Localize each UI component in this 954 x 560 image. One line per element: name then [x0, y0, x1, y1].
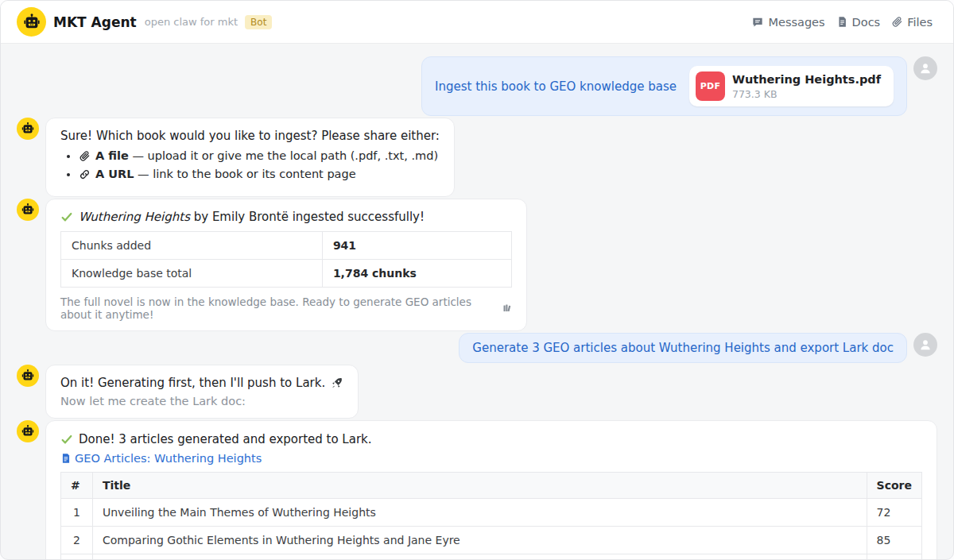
- bot-avatar: [17, 420, 39, 442]
- col-header-num: #: [61, 473, 93, 499]
- article-score: 72: [867, 499, 921, 527]
- bot-message-1-intro: Sure! Which book would you like to inges…: [60, 129, 440, 143]
- table-row: Chunks added 941: [61, 232, 512, 260]
- stat-label: Chunks added: [61, 232, 323, 260]
- bot-avatar: [17, 118, 39, 140]
- lark-doc-link[interactable]: GEO Articles: Wuthering Heights: [60, 452, 262, 465]
- bot-avatar: [17, 7, 46, 37]
- article-title: The Significance of the Setting for the …: [93, 554, 867, 560]
- nav-messages[interactable]: Messages: [751, 16, 824, 29]
- app-window: MKT Agent open claw for mkt Bot Messages: [0, 0, 954, 560]
- user-message-2: Generate 3 GEO articles about Wuthering …: [17, 333, 937, 363]
- robot-icon: [21, 203, 35, 217]
- bot-message-1: Sure! Which book would you like to inges…: [17, 118, 937, 197]
- option-url-label: A URL: [95, 168, 134, 180]
- ingest-success-text: by Emily Brontë ingested successfully!: [190, 210, 425, 224]
- bot-message-2: Wuthering Heights by Emily Brontë ingest…: [17, 199, 937, 331]
- table-row: 1 Unveiling the Main Themes of Wuthering…: [61, 499, 922, 527]
- bot-bubble-4: Done! 3 articles generated and exported …: [45, 420, 937, 559]
- ingest-stats-table: Chunks added 941 Knowledge base total 1,…: [60, 231, 512, 288]
- person-icon: [917, 337, 933, 353]
- stat-value: 941: [322, 232, 511, 260]
- document-icon: [60, 453, 72, 464]
- article-num: 1: [61, 499, 93, 527]
- user-avatar: [913, 333, 937, 357]
- bot-bubble-3: On it! Generating first, then I'll push …: [45, 365, 359, 419]
- col-header-score: Score: [867, 473, 921, 499]
- robot-icon: [21, 369, 35, 383]
- attachment-filename: Wuthering Heights.pdf: [732, 72, 881, 87]
- stat-label: Knowledge base total: [61, 260, 323, 288]
- list-item: A file — upload it or give me the local …: [79, 149, 440, 164]
- stat-value: 1,784 chunks: [322, 260, 511, 288]
- ingest-footer: The full novel is now in the knowledge b…: [60, 295, 512, 321]
- pdf-icon: PDF: [696, 71, 725, 101]
- books-icon: [502, 303, 512, 314]
- articles-table: # Title Score 1 Unveiling the Main Theme…: [60, 472, 922, 559]
- list-item: A URL — link to the book or its content …: [79, 168, 440, 183]
- bot-bubble-2: Wuthering Heights by Emily Brontë ingest…: [45, 199, 527, 331]
- done-line: Done! 3 articles generated and exported …: [60, 432, 922, 446]
- bot-message-3: On it! Generating first, then I'll push …: [17, 365, 937, 419]
- document-icon: [836, 16, 848, 28]
- bot-bubble-1: Sure! Which book would you like to inges…: [45, 118, 455, 197]
- table-row: Knowledge base total 1,784 chunks: [61, 260, 512, 288]
- article-score: 85: [867, 527, 921, 554]
- lark-doc-link-text: GEO Articles: Wuthering Heights: [75, 452, 262, 465]
- check-icon: [60, 210, 73, 223]
- user-message-2-text: Generate 3 GEO articles about Wuthering …: [472, 341, 894, 355]
- robot-icon: [21, 424, 35, 438]
- check-icon: [60, 433, 73, 446]
- done-text: Done! 3 articles generated and exported …: [79, 432, 372, 446]
- robot-icon: [21, 122, 35, 136]
- nav-messages-label: Messages: [768, 16, 824, 29]
- speech-bubble-icon: [751, 16, 764, 29]
- paperclip-icon: [79, 150, 91, 164]
- app-header: MKT Agent open claw for mkt Bot Messages: [1, 1, 953, 44]
- person-icon: [917, 60, 933, 76]
- ingest-success-title: Wuthering Heights by Emily Brontë ingest…: [60, 210, 512, 224]
- user-message-1-text: Ingest this book to GEO knowledge base: [435, 79, 677, 94]
- user-avatar: [913, 56, 937, 80]
- option-file-text: — upload it or give me the local path (.…: [129, 149, 438, 162]
- robot-icon: [22, 13, 41, 32]
- table-row: 2 Comparing Gothic Elements in Wuthering…: [61, 527, 922, 554]
- rocket-icon: [331, 377, 343, 389]
- paperclip-icon: [891, 16, 903, 28]
- article-score: 75: [867, 554, 921, 560]
- pdf-attachment[interactable]: PDF Wuthering Heights.pdf 773.3 KB: [689, 66, 894, 106]
- bot-message-3-line1: On it! Generating first, then I'll push …: [60, 376, 343, 390]
- nav-files[interactable]: Files: [891, 16, 933, 29]
- header-nav: Messages Docs Files: [751, 16, 933, 29]
- app-title: MKT Agent: [53, 14, 137, 30]
- nav-files-label: Files: [907, 16, 933, 29]
- bot-message-4: Done! 3 articles generated and exported …: [17, 420, 937, 559]
- chat-area: Ingest this book to GEO knowledge base P…: [1, 44, 953, 559]
- bot-message-3-line2: Now let me create the Lark doc:: [60, 395, 343, 407]
- bot-avatar: [17, 365, 39, 387]
- nav-docs[interactable]: Docs: [836, 16, 881, 29]
- ingest-options-list: A file — upload it or give me the local …: [60, 149, 440, 183]
- nav-docs-label: Docs: [852, 16, 881, 29]
- article-num: 2: [61, 527, 93, 554]
- user-bubble-1: Ingest this book to GEO knowledge base P…: [421, 56, 907, 116]
- bot-avatar: [17, 199, 39, 221]
- user-message-1: Ingest this book to GEO knowledge base P…: [17, 56, 937, 116]
- ingest-footer-text: The full novel is now in the knowledge b…: [60, 295, 498, 321]
- col-header-title: Title: [93, 473, 867, 499]
- attachment-filesize: 773.3 KB: [732, 88, 881, 100]
- bot-badge: Bot: [245, 15, 272, 29]
- book-title: Wuthering Heights: [79, 210, 190, 224]
- option-url-text: — link to the book or its content page: [134, 168, 355, 180]
- app-subtitle: open claw for mkt: [145, 16, 238, 28]
- option-file-label: A file: [95, 149, 129, 162]
- table-header-row: # Title Score: [61, 473, 922, 499]
- link-icon: [79, 168, 91, 183]
- article-title: Unveiling the Main Themes of Wuthering H…: [93, 499, 867, 527]
- user-bubble-2: Generate 3 GEO articles about Wuthering …: [459, 333, 907, 363]
- table-row: 3 The Significance of the Setting for th…: [61, 554, 922, 560]
- article-title: Comparing Gothic Elements in Wuthering H…: [93, 527, 867, 554]
- article-num: 3: [61, 554, 93, 560]
